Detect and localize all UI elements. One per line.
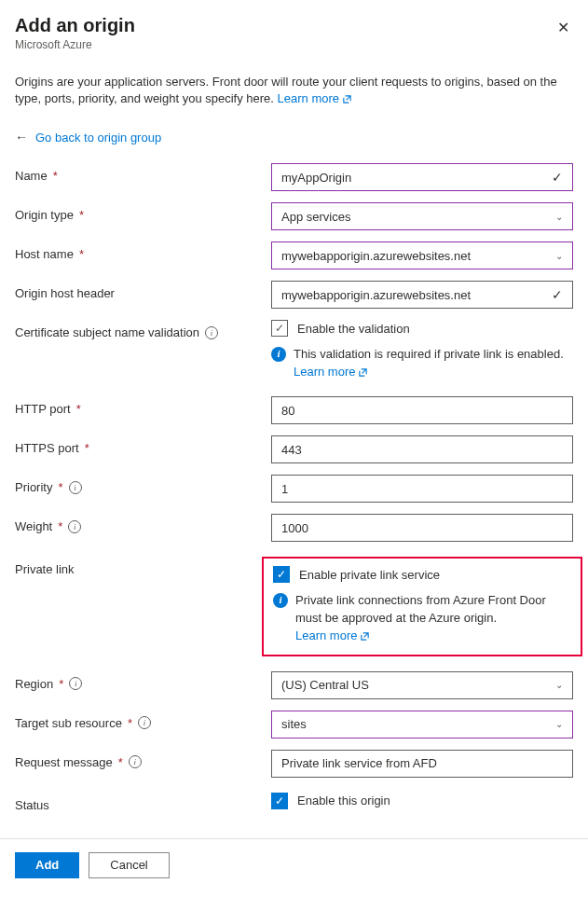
close-icon: ✕ bbox=[557, 20, 569, 35]
required-asterisk: * bbox=[58, 480, 62, 494]
cert-validation-checkbox[interactable]: ✓ bbox=[271, 320, 288, 337]
host-name-select[interactable]: mywebapporigin.azurewebsites.net ⌄ bbox=[271, 242, 573, 269]
chevron-down-icon: ⌄ bbox=[555, 680, 563, 690]
required-asterisk: * bbox=[79, 247, 84, 261]
private-link-info-text: Private link connections from Azure Fron… bbox=[295, 593, 546, 625]
cert-learn-more-label: Learn more bbox=[294, 365, 355, 379]
check-icon: ✓ bbox=[277, 568, 286, 581]
target-sub-resource-label: Target sub resource * i bbox=[15, 711, 271, 730]
http-port-label-text: HTTP port bbox=[15, 402, 71, 416]
name-label: Name * bbox=[15, 163, 271, 183]
back-arrow-icon: ← bbox=[15, 130, 28, 145]
private-link-learn-more-link[interactable]: Learn more bbox=[295, 628, 370, 642]
name-input-value: myAppOrigin bbox=[281, 171, 351, 185]
status-checkbox[interactable]: ✓ bbox=[271, 793, 288, 809]
check-icon: ✓ bbox=[275, 322, 284, 335]
private-link-label-text: Private link bbox=[15, 562, 75, 576]
origin-type-label-text: Origin type bbox=[15, 208, 74, 222]
host-name-label-text: Host name bbox=[15, 247, 74, 261]
private-link-highlight-box: ✓ Enable private link service i Private … bbox=[262, 557, 582, 656]
priority-input[interactable] bbox=[271, 475, 573, 503]
info-icon[interactable]: i bbox=[129, 755, 142, 768]
check-icon: ✓ bbox=[552, 287, 563, 302]
back-link-label: Go back to origin group bbox=[35, 131, 161, 145]
region-select[interactable]: (US) Central US ⌄ bbox=[271, 671, 573, 699]
add-button[interactable]: Add bbox=[15, 852, 79, 878]
required-asterisk: * bbox=[79, 208, 84, 222]
http-port-input[interactable] bbox=[271, 396, 573, 424]
info-icon[interactable]: i bbox=[68, 520, 81, 533]
chevron-down-icon: ⌄ bbox=[555, 212, 563, 222]
https-port-input[interactable] bbox=[271, 435, 573, 463]
page-subtitle: Microsoft Azure bbox=[15, 38, 135, 51]
status-checkbox-label: Enable this origin bbox=[297, 794, 390, 807]
target-sub-resource-select[interactable]: sites ⌄ bbox=[271, 711, 573, 738]
intro-learn-more-link[interactable]: Learn more bbox=[278, 91, 352, 105]
intro-learn-more-label: Learn more bbox=[278, 91, 339, 105]
request-message-label-text: Request message bbox=[15, 755, 113, 769]
cert-validation-learn-more-link[interactable]: Learn more bbox=[294, 365, 368, 379]
external-link-icon bbox=[342, 94, 352, 104]
required-asterisk: * bbox=[85, 441, 89, 455]
page-title: Add an origin bbox=[15, 15, 135, 36]
cert-validation-info-text: This validation is required if private l… bbox=[294, 347, 564, 361]
origin-host-header-label-text: Origin host header bbox=[15, 286, 115, 300]
weight-label: Weight * i bbox=[15, 514, 271, 533]
status-label-text: Status bbox=[15, 798, 49, 812]
region-label-text: Region bbox=[15, 677, 53, 691]
info-icon[interactable]: i bbox=[69, 481, 82, 494]
private-link-checkbox[interactable]: ✓ bbox=[273, 566, 290, 583]
request-message-label: Request message * i bbox=[15, 750, 271, 769]
cancel-button[interactable]: Cancel bbox=[89, 852, 169, 878]
weight-label-text: Weight bbox=[15, 519, 52, 533]
host-name-label: Host name * bbox=[15, 242, 271, 261]
weight-input[interactable] bbox=[271, 514, 573, 542]
required-asterisk: * bbox=[59, 677, 63, 691]
external-link-icon bbox=[360, 631, 370, 642]
https-port-label-text: HTTPS port bbox=[15, 441, 79, 455]
check-icon: ✓ bbox=[275, 794, 284, 807]
http-port-label: HTTP port * bbox=[15, 396, 271, 416]
back-link[interactable]: ← Go back to origin group bbox=[15, 130, 573, 145]
private-link-label: Private link bbox=[15, 557, 271, 576]
host-name-value: mywebapporigin.azurewebsites.net bbox=[281, 249, 471, 263]
info-icon: i bbox=[271, 347, 286, 362]
cert-validation-checkbox-label: Enable the validation bbox=[297, 322, 410, 336]
target-sub-resource-label-text: Target sub resource bbox=[15, 716, 122, 730]
cert-validation-label-text: Certificate subject name validation bbox=[15, 325, 199, 339]
info-icon[interactable]: i bbox=[205, 326, 218, 339]
request-message-input[interactable] bbox=[271, 750, 573, 778]
required-asterisk: * bbox=[128, 716, 132, 730]
name-input[interactable]: myAppOrigin ✓ bbox=[271, 163, 573, 191]
region-value: (US) Central US bbox=[281, 678, 369, 692]
origin-type-value: App services bbox=[281, 210, 350, 224]
close-button[interactable]: ✕ bbox=[554, 15, 573, 40]
target-sub-resource-value: sites bbox=[281, 717, 307, 731]
cert-validation-label: Certificate subject name validation i bbox=[15, 320, 271, 339]
origin-host-header-label: Origin host header bbox=[15, 281, 271, 300]
required-asterisk: * bbox=[53, 169, 58, 183]
origin-host-header-value: mywebapporigin.azurewebsites.net bbox=[281, 288, 471, 302]
priority-label-text: Priority bbox=[15, 480, 52, 494]
check-icon: ✓ bbox=[552, 170, 563, 185]
external-link-icon bbox=[358, 367, 368, 378]
info-icon[interactable]: i bbox=[69, 677, 82, 690]
required-asterisk: * bbox=[76, 402, 81, 416]
region-label: Region * i bbox=[15, 671, 271, 691]
origin-type-label: Origin type * bbox=[15, 202, 271, 222]
status-label: Status bbox=[15, 793, 271, 812]
private-link-info: Private link connections from Azure Fron… bbox=[295, 592, 571, 645]
priority-label: Priority * i bbox=[15, 475, 271, 494]
origin-host-header-input[interactable]: mywebapporigin.azurewebsites.net ✓ bbox=[271, 281, 573, 309]
intro-text: Origins are your application servers. Fr… bbox=[15, 74, 573, 107]
cert-validation-info: This validation is required if private l… bbox=[294, 346, 573, 381]
name-label-text: Name bbox=[15, 169, 48, 183]
private-link-checkbox-label: Enable private link service bbox=[299, 568, 440, 582]
https-port-label: HTTPS port * bbox=[15, 435, 271, 455]
required-asterisk: * bbox=[58, 519, 62, 533]
origin-type-select[interactable]: App services ⌄ bbox=[271, 202, 573, 230]
required-asterisk: * bbox=[118, 755, 123, 769]
chevron-down-icon: ⌄ bbox=[555, 251, 563, 261]
chevron-down-icon: ⌄ bbox=[555, 719, 563, 729]
info-icon[interactable]: i bbox=[138, 716, 151, 729]
